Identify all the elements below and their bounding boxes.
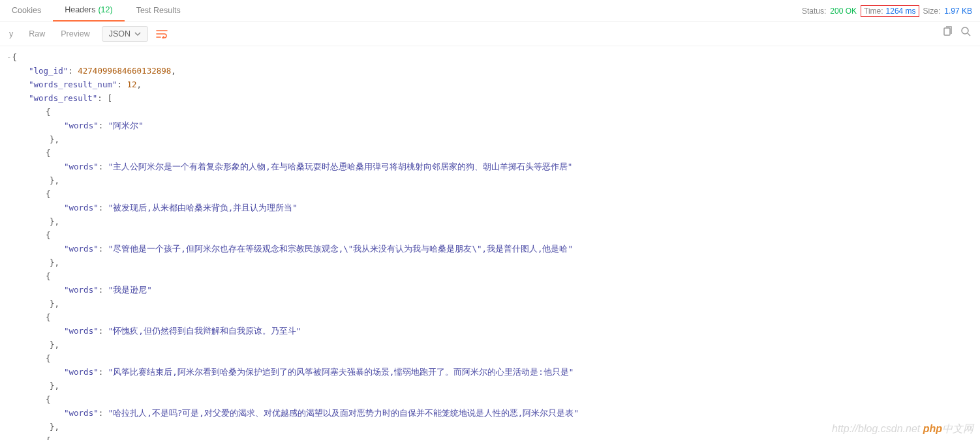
copy-icon[interactable] (942, 26, 953, 37)
chevron-down-icon (134, 31, 141, 37)
svg-rect-0 (944, 28, 950, 35)
watermark-php: php (923, 423, 942, 434)
headers-count: (12) (98, 5, 112, 14)
body-toolbar: y Raw Preview JSON (0, 22, 980, 46)
format-dropdown-label: JSON (109, 29, 130, 38)
response-meta: Status: 200 OK Time: 1264 ms Size: 1.97 … (802, 0, 972, 22)
time-highlight: Time: 1264 ms (861, 5, 919, 17)
response-body[interactable]: - {"log_id": 4274099684660132898,"words_… (0, 46, 980, 440)
preview-tab[interactable]: Preview (57, 29, 93, 38)
status-value: 200 OK (830, 7, 857, 16)
svg-point-1 (962, 27, 968, 34)
size-value: 1.97 KB (944, 7, 972, 16)
time-value: 1264 ms (886, 7, 916, 16)
watermark: http://blog.csdn.net php中文网 (832, 422, 973, 436)
time-label: Time: (864, 7, 883, 16)
search-icon[interactable] (960, 26, 971, 37)
status-label: Status: (802, 7, 826, 16)
wrap-lines-button[interactable] (156, 29, 168, 38)
tab-headers-label: Headers (65, 5, 95, 14)
size-label: Size: (923, 7, 941, 16)
body-actions (942, 26, 971, 37)
tab-cookies[interactable]: Cookies (0, 0, 53, 22)
response-tabs: Cookies Headers (12) Test Results Status… (0, 0, 980, 22)
wrap-icon (156, 29, 168, 38)
pretty-tab-partial[interactable]: y (5, 29, 17, 38)
raw-tab[interactable]: Raw (25, 29, 49, 38)
tab-test-results[interactable]: Test Results (125, 0, 192, 22)
watermark-url: http://blog.csdn.net (832, 423, 920, 434)
format-dropdown[interactable]: JSON (102, 26, 148, 42)
watermark-cn: 中文网 (942, 423, 973, 434)
tab-headers[interactable]: Headers (12) (53, 0, 124, 22)
